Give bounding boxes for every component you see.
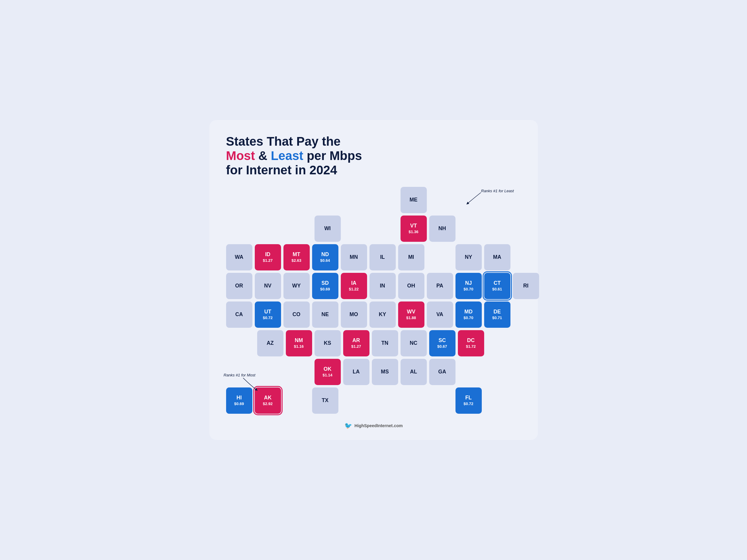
title-line3: for Internet in 2024 — [226, 163, 521, 177]
state-nc: NC — [401, 330, 427, 356]
empty-cell-7-6 — [398, 388, 424, 414]
state-abbr-ct: CT — [494, 281, 500, 286]
state-wy: WY — [283, 273, 310, 299]
state-abbr-mo: MO — [350, 312, 358, 317]
state-ok: OK$1.14 — [314, 359, 341, 385]
state-nd: ND$0.64 — [312, 244, 338, 270]
state-sd: SD$0.69 — [312, 273, 338, 299]
state-abbr-nh: NH — [438, 226, 446, 231]
state-hi: HI$0.69 — [226, 388, 252, 414]
footer: 🐦 HighSpeedInternet.com — [226, 422, 521, 429]
state-abbr-ma: MA — [493, 255, 501, 260]
state-abbr-nd: ND — [321, 252, 329, 257]
state-ar: AR$1.27 — [343, 330, 369, 356]
state-abbr-ut: UT — [264, 309, 271, 315]
state-tn: TN — [372, 330, 398, 356]
state-price-de: $0.71 — [492, 316, 502, 320]
bird-icon: 🐦 — [344, 422, 352, 429]
state-abbr-ak: AK — [264, 395, 272, 401]
state-abbr-md: MD — [464, 309, 472, 315]
state-wa: WA — [226, 244, 252, 270]
state-price-sc: $0.67 — [437, 344, 447, 349]
title-line1: States That Pay the — [226, 134, 521, 149]
state-abbr-wv: WV — [407, 309, 415, 315]
state-abbr-co: CO — [292, 312, 300, 317]
state-abbr-me: ME — [410, 197, 417, 203]
state-co: CO — [283, 301, 310, 328]
map-row-6: OK$1.14LAMSALGA — [226, 359, 521, 385]
state-abbr-va: VA — [436, 312, 443, 317]
state-abbr-tx: TX — [322, 398, 328, 403]
main-card: States That Pay the Most & Least per Mbp… — [209, 120, 538, 440]
state-price-wv: $1.88 — [406, 316, 416, 320]
state-ms: MS — [372, 359, 398, 385]
state-price-nd: $0.64 — [320, 258, 330, 263]
state-me: ME — [401, 187, 427, 213]
brand-name: HighSpeedInternet.com — [355, 423, 403, 428]
state-price-ok: $1.14 — [323, 373, 332, 377]
state-price-md: $0.70 — [464, 316, 473, 320]
state-price-ar: $1.27 — [351, 344, 361, 349]
state-abbr-dc: DC — [467, 338, 474, 343]
state-price-ct: $0.61 — [492, 287, 502, 291]
state-abbr-in: IN — [380, 283, 385, 289]
state-abbr-ca: CA — [235, 312, 243, 317]
state-pa: PA — [427, 273, 453, 299]
state-price-nj: $0.70 — [464, 287, 473, 291]
map-row-4: CAUT$0.72CONEMOKYWV$1.88VAMD$0.70DE$0.71 — [226, 301, 521, 328]
map-row-3: ORNVWYSD$0.69IA$1.22INOHPANJ$0.70CT$0.61… — [226, 273, 521, 299]
state-de: DE$0.71 — [484, 301, 511, 328]
map-row-5: AZNM$1.16KSAR$1.27TNNCSC$0.67DC$1.72 — [226, 330, 521, 356]
state-mt: MT$2.63 — [283, 244, 310, 270]
state-abbr-al: AL — [410, 369, 417, 375]
state-abbr-la: LA — [353, 369, 360, 375]
state-abbr-wi: WI — [325, 226, 331, 231]
state-price-ia: $1.22 — [349, 287, 359, 291]
state-abbr-de: DE — [493, 309, 500, 315]
state-abbr-pa: PA — [436, 283, 443, 289]
state-abbr-ks: KS — [324, 341, 331, 346]
empty-cell-7-5 — [369, 388, 396, 414]
state-or: OR — [226, 273, 252, 299]
state-price-mt: $2.63 — [291, 258, 301, 263]
state-al: AL — [401, 359, 427, 385]
state-price-fl: $0.72 — [464, 401, 473, 406]
state-abbr-nc: NC — [410, 341, 417, 346]
state-vt: VT$1.36 — [401, 215, 427, 242]
state-abbr-ia: IA — [351, 281, 357, 286]
state-abbr-ne: NE — [321, 312, 329, 317]
state-dc: DC$1.72 — [458, 330, 484, 356]
state-va: VA — [427, 301, 453, 328]
map-row-1: WIVT$1.36NH — [226, 215, 521, 242]
state-price-sd: $0.69 — [320, 287, 330, 291]
chart-title: States That Pay the Most & Least per Mbp… — [226, 134, 521, 177]
state-il: IL — [369, 244, 396, 270]
empty-cell-2-7 — [427, 244, 453, 270]
state-ny: NY — [456, 244, 482, 270]
state-abbr-ky: KY — [379, 312, 386, 317]
state-abbr-wy: WY — [292, 283, 301, 289]
state-ky: KY — [369, 301, 396, 328]
state-abbr-wa: WA — [235, 255, 243, 260]
state-price-hi: $0.69 — [234, 401, 244, 406]
annotation-most: Ranks #1 for Most — [224, 373, 255, 377]
state-la: LA — [343, 359, 369, 385]
state-id: ID$1.27 — [255, 244, 281, 270]
state-abbr-ga: GA — [438, 369, 446, 375]
state-tx: TX — [312, 388, 338, 414]
state-mi: MI — [398, 244, 424, 270]
state-abbr-sd: SD — [321, 281, 329, 286]
map-row-2: WAID$1.27MT$2.63ND$0.64MNILMINYMA — [226, 244, 521, 270]
state-price-dc: $1.72 — [466, 344, 476, 349]
empty-cell-7-2 — [283, 388, 310, 414]
state-mo: MO — [341, 301, 367, 328]
state-abbr-nv: NV — [264, 283, 271, 289]
state-ri: RI — [513, 273, 539, 299]
state-ut: UT$0.72 — [255, 301, 281, 328]
state-in: IN — [369, 273, 396, 299]
annotation-least: Ranks #1 for Least — [481, 189, 514, 193]
state-abbr-sc: SC — [438, 338, 446, 343]
state-ne: NE — [312, 301, 338, 328]
state-ma: MA — [484, 244, 511, 270]
map-row-7: HI$0.69AK$2.92TXFL$0.72 — [226, 388, 521, 414]
